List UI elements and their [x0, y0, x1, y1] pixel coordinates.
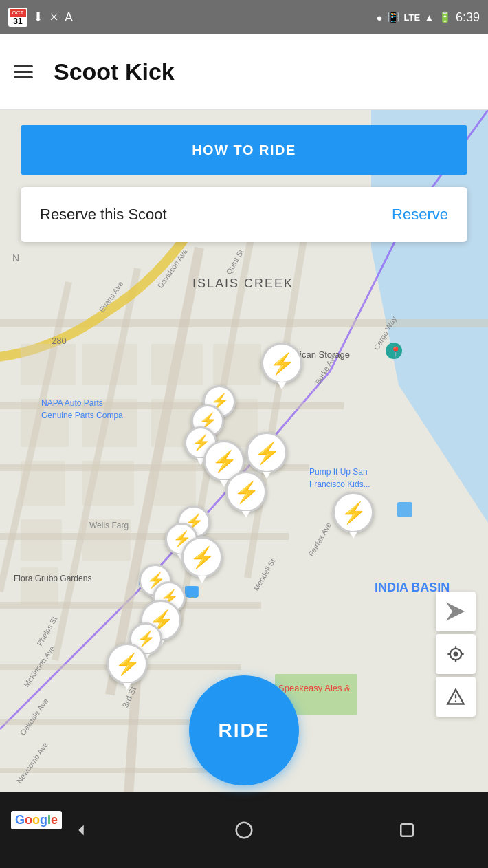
svg-rect-68: [397, 502, 412, 517]
signal-icon: ▲: [424, 12, 434, 23]
home-button[interactable]: [223, 810, 265, 851]
svg-text:Pump It Up San: Pump It Up San: [309, 467, 368, 477]
map-container: ISLAIS CREEK Cesar Chavez American Stora…: [0, 110, 488, 868]
google-logo: G o o g l e: [11, 811, 62, 829]
svg-text:📍: 📍: [390, 346, 402, 358]
svg-rect-66: [188, 586, 199, 597]
svg-text:280: 280: [52, 336, 67, 346]
warning-button[interactable]: [436, 677, 476, 717]
reserve-card: Reserve this Scoot Reserve: [21, 187, 467, 242]
svg-text:Flora Grubb Gardens: Flora Grubb Gardens: [14, 574, 91, 583]
battery-icon: 🔋: [439, 11, 452, 23]
svg-rect-85: [401, 824, 413, 836]
svg-rect-28: [151, 344, 203, 385]
calendar-icon: OCT 31: [8, 8, 27, 27]
location-target-icon: [446, 644, 465, 664]
svg-text:ISLAIS CREEK: ISLAIS CREEK: [192, 276, 293, 290]
scooter-pin[interactable]: ⚡: [225, 471, 267, 518]
svg-text:Wells Farg: Wells Farg: [89, 521, 129, 530]
svg-text:NAPA Auto Parts: NAPA Auto Parts: [41, 398, 103, 408]
svg-rect-21: [21, 461, 65, 506]
scooter-pin[interactable]: ⚡: [333, 492, 374, 539]
vibrate-icon: 📳: [387, 11, 400, 23]
scooter-pin[interactable]: ⚡: [181, 536, 223, 583]
svg-marker-73: [449, 605, 463, 619]
location-icon: ●: [376, 12, 382, 23]
reserve-this-scoot-text: Reserve this Scoot: [40, 206, 167, 224]
svg-text:Genuine Parts Compa: Genuine Parts Compa: [41, 411, 123, 420]
app-title: Scoot Kick: [54, 58, 175, 85]
svg-point-82: [455, 701, 456, 702]
svg-rect-24: [82, 344, 137, 385]
svg-marker-83: [79, 825, 85, 836]
download-icon: ⬇: [33, 10, 43, 25]
svg-rect-22: [21, 519, 62, 561]
svg-point-75: [454, 653, 458, 656]
time-display: 6:39: [456, 10, 480, 25]
lte-icon: LTE: [404, 12, 421, 23]
svg-rect-26: [82, 461, 134, 506]
fan-icon: ✳: [49, 10, 59, 25]
map-controls: [436, 592, 476, 717]
location-target-button[interactable]: [436, 634, 476, 674]
svg-text:Francisco Kids...: Francisco Kids...: [309, 479, 370, 489]
nav-bar: [0, 792, 488, 868]
scooter-pin[interactable]: ⚡: [261, 343, 302, 389]
reserve-button[interactable]: Reserve: [392, 206, 448, 224]
text-icon: A: [65, 10, 73, 25]
navigation-icon: [446, 602, 465, 621]
svg-rect-19: [21, 344, 76, 385]
navigation-button[interactable]: [436, 592, 476, 631]
ride-button[interactable]: RIDE: [189, 675, 299, 785]
back-button[interactable]: [60, 810, 102, 851]
svg-text:N: N: [12, 252, 19, 263]
menu-button[interactable]: [14, 65, 33, 78]
how-to-ride-button[interactable]: HOW TO RIDE: [21, 125, 467, 175]
app-bar: Scoot Kick: [0, 34, 488, 110]
svg-rect-31: [213, 344, 261, 385]
status-bar: OCT 31 ⬇ ✳ A ● 📳 LTE ▲ 🔋 6:39: [0, 0, 488, 34]
scooter-pin[interactable]: ⚡: [107, 643, 148, 690]
svg-point-84: [236, 823, 252, 838]
warning-icon: [446, 687, 465, 706]
svg-rect-30: [151, 461, 196, 506]
svg-text:Speakeasy Ales &: Speakeasy Ales &: [278, 683, 351, 693]
recents-button[interactable]: [386, 810, 428, 851]
